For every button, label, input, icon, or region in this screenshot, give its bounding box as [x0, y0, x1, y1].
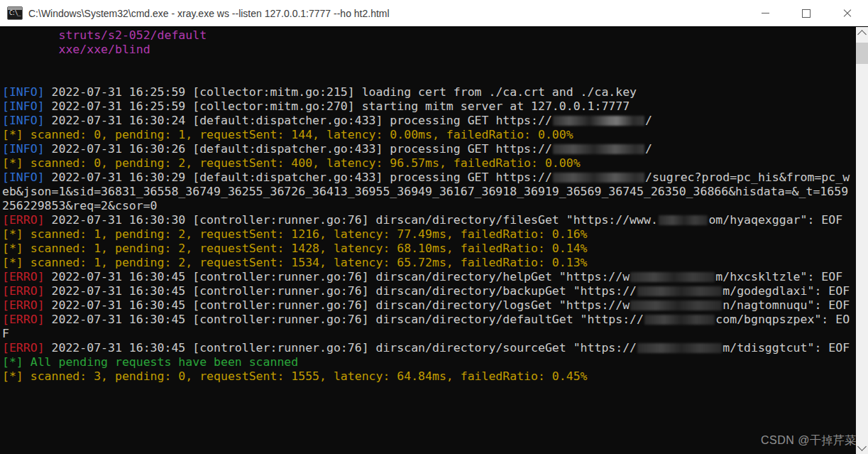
console-text: struts/s2-052/default	[2, 28, 207, 42]
console-text: 2022-07-31 16:30:45 [controller:runner.g…	[45, 284, 637, 298]
redacted-url	[630, 272, 715, 282]
console-line: [*] scanned: 1, pending: 2, requestSent:…	[2, 242, 856, 256]
console-line: [ERRO] 2022-07-31 16:30:45 [controller:r…	[2, 298, 856, 313]
console-line: [ERRO] 2022-07-31 16:30:45 [controller:r…	[2, 284, 856, 298]
redacted-url	[637, 343, 722, 353]
console-text: [ERRO]	[2, 270, 45, 283]
console-line: struts/s2-052/default	[2, 28, 856, 43]
scrollbar[interactable]	[856, 27, 868, 454]
console-line: [ERRO] 2022-07-31 16:30:45 [controller:r…	[2, 270, 856, 284]
redacted-url	[644, 315, 715, 325]
redacted-url	[553, 173, 644, 183]
console-line: [INFO] 2022-07-31 16:30:29 [default:disp…	[2, 171, 856, 185]
console-text: [ERRO]	[2, 284, 45, 298]
redacted-url	[659, 215, 708, 225]
console-line: [ERRO] 2022-07-31 16:30:45 [controller:r…	[2, 341, 856, 355]
console-text: /	[645, 114, 652, 127]
console-text: 2022-07-31 16:30:24 [default:dispatcher.…	[45, 114, 552, 127]
console-text: [*] scanned: 1, pending: 2, requestSent:…	[2, 227, 588, 241]
console-line: [ERRO] 2022-07-31 16:30:45 [controller:r…	[2, 313, 856, 327]
console-text: 2022-07-31 16:30:30 [controller:runner.g…	[45, 213, 658, 227]
console-text: [*] scanned: 3, pending: 0, requestSent:…	[2, 369, 588, 383]
console-line	[2, 71, 856, 85]
console-text: [INFO]	[2, 99, 45, 113]
console-text: [*] scanned: 0, pending: 2, requestSent:…	[2, 156, 581, 170]
console-text: m/godegdlaxi": EOF	[723, 284, 850, 298]
console-line: eb&json=1&sid=36831_36558_36749_36255_36…	[2, 185, 856, 199]
console-text: [INFO]	[2, 142, 45, 156]
console-text: [INFO]	[2, 171, 45, 184]
console-line: [*] scanned: 1, pending: 2, requestSent:…	[2, 256, 856, 270]
console-text: om/hyaqexggar": EOF	[708, 213, 842, 227]
redacted-url	[630, 301, 722, 310]
scroll-up-button[interactable]	[856, 27, 868, 39]
redacted-url	[637, 286, 722, 296]
console-line: [*] scanned: 0, pending: 1, requestSent:…	[2, 128, 856, 142]
console-text: [*] scanned: 0, pending: 1, requestSent:…	[2, 128, 573, 141]
console-text: [*] All pending requests have been scann…	[2, 355, 298, 369]
chevron-up-icon	[857, 30, 867, 39]
redacted-url	[553, 144, 644, 154]
console-text: 2022-07-31 16:25:59 [collector:mitm.go:2…	[45, 99, 630, 113]
console-text: eb&json=1&sid=36831_36558_36749_36255_36…	[2, 185, 848, 198]
close-button[interactable]	[827, 0, 868, 26]
redacted-url	[553, 116, 644, 126]
console-line: [ERRO] 2022-07-31 16:30:30 [controller:r…	[2, 213, 856, 227]
console-text: F	[2, 327, 9, 340]
title-bar[interactable]: C:\Windows\System32\cmd.exe - xray.exe w…	[0, 0, 868, 27]
console-line: [*] scanned: 3, pending: 0, requestSent:…	[2, 369, 856, 384]
console-text: [INFO]	[2, 114, 45, 127]
window-title: C:\Windows\System32\cmd.exe - xray.exe w…	[28, 8, 745, 19]
chevron-down-icon	[857, 442, 867, 451]
window-controls	[745, 0, 868, 26]
scroll-down-button[interactable]	[856, 442, 868, 454]
console-text: [*] scanned: 1, pending: 2, requestSent:…	[2, 242, 588, 255]
console-text: 2022-07-31 16:25:59 [collector:mitm.go:2…	[45, 85, 637, 99]
console-line: [*] scanned: 0, pending: 2, requestSent:…	[2, 156, 856, 171]
console-text: /	[645, 142, 652, 156]
minimize-icon	[762, 13, 769, 13]
console-text: [INFO]	[2, 85, 45, 99]
console-text: xxe/xxe/blind	[2, 43, 150, 56]
console-line: [INFO] 2022-07-31 16:30:26 [default:disp…	[2, 142, 856, 156]
console-line: xxe/xxe/blind	[2, 43, 856, 57]
console-line	[2, 57, 856, 71]
console-text: [ERRO]	[2, 341, 45, 355]
console-text: 2022-07-31 16:30:45 [controller:runner.g…	[45, 313, 644, 326]
console-line: [INFO] 2022-07-31 16:25:59 [collector:mi…	[2, 99, 856, 114]
maximize-icon	[802, 9, 811, 18]
console-text: m/hxcskltzle": EOF	[715, 270, 842, 283]
console-line: F	[2, 327, 856, 341]
console-line: [INFO] 2022-07-31 16:30:24 [default:disp…	[2, 114, 856, 128]
console-text: [ERRO]	[2, 213, 45, 227]
maximize-button[interactable]	[786, 0, 827, 26]
console-text: 256229853&req=2&csor=0	[2, 199, 158, 212]
console-text: /sugrec?prod=pc_his&from=pc_w	[645, 171, 850, 184]
console-text: [*] scanned: 1, pending: 2, requestSent:…	[2, 256, 588, 269]
console-line: [*] scanned: 1, pending: 2, requestSent:…	[2, 227, 856, 242]
console-text: n/nagtomnuqu": EOF	[723, 298, 850, 312]
console-line: [INFO] 2022-07-31 16:25:59 [collector:mi…	[2, 85, 856, 99]
console-text: 2022-07-31 16:30:45 [controller:runner.g…	[45, 341, 637, 355]
console-line: [*] All pending requests have been scann…	[2, 355, 856, 369]
cmd-icon	[7, 6, 23, 20]
console-line: 256229853&req=2&csor=0	[2, 199, 856, 213]
console-text: 2022-07-31 16:30:29 [default:dispatcher.…	[45, 171, 552, 184]
close-icon	[843, 9, 852, 18]
console-text: 2022-07-31 16:30:45 [controller:runner.g…	[45, 298, 630, 312]
console-output: struts/s2-052/default xxe/xxe/blind [INF…	[0, 27, 856, 454]
console-text: [ERRO]	[2, 298, 45, 312]
console-text: [ERRO]	[2, 313, 45, 326]
console-text: com/bgnqpszpex": EO	[715, 313, 850, 326]
console-text: 2022-07-31 16:30:45 [controller:runner.g…	[45, 270, 630, 283]
console-text: 2022-07-31 16:30:26 [default:dispatcher.…	[45, 142, 552, 156]
scrollbar-thumb[interactable]	[856, 43, 868, 64]
minimize-button[interactable]	[745, 0, 786, 26]
console-text: m/tdisggtcut": EOF	[723, 341, 850, 355]
